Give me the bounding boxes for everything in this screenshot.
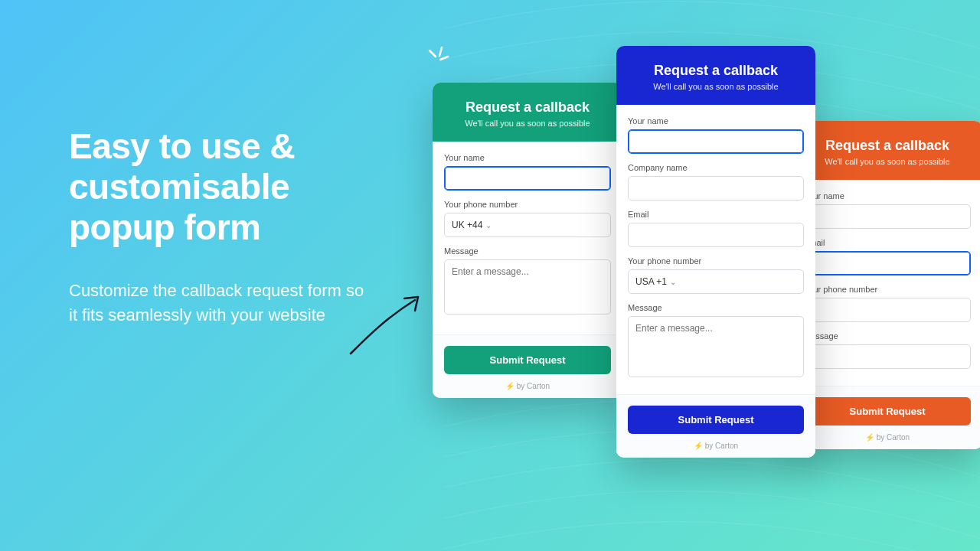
card-subtitle: We'll call you as soon as possible: [629, 82, 803, 91]
bolt-icon: ⚡: [505, 382, 514, 390]
message-label: Message: [444, 246, 611, 256]
svg-line-1: [439, 47, 442, 56]
callback-card-blue: Request a callback We'll call you as soo…: [616, 46, 815, 458]
sparkle-decoration: [425, 46, 451, 72]
phone-prefix-value: USA +1: [635, 276, 667, 287]
email-label: Email: [628, 210, 804, 219]
card-title: Request a callback: [445, 99, 610, 116]
byline: ⚡ by Carton: [628, 442, 804, 450]
email-label: Email: [804, 238, 971, 247]
company-input[interactable]: [628, 176, 804, 201]
phone-label: Your phone number: [628, 256, 804, 266]
message-textarea[interactable]: [628, 316, 804, 377]
card-title: Request a callback: [805, 138, 970, 154]
submit-button[interactable]: Submit Request: [444, 346, 611, 374]
phone-label: Your phone number: [444, 200, 611, 209]
svg-line-0: [430, 51, 436, 57]
svg-line-2: [440, 57, 448, 60]
phone-input[interactable]: [804, 298, 971, 322]
name-label: Your name: [628, 116, 804, 126]
callback-card-orange: Request a callback We'll call you as soo…: [792, 121, 980, 449]
card-subtitle: We'll call you as soon as possible: [805, 157, 970, 166]
phone-prefix-select[interactable]: USA +1 ⌄: [628, 269, 804, 294]
phone-prefix-value: UK +44: [452, 220, 482, 230]
message-label: Message: [628, 303, 804, 312]
company-label: Company name: [628, 163, 804, 172]
name-label: Your name: [444, 153, 611, 162]
phone-prefix-select[interactable]: UK +44 ⌄: [444, 213, 611, 237]
hero-title: Easy to use & customisable popup form: [69, 126, 375, 248]
card-title: Request a callback: [629, 63, 803, 79]
name-label: Your name: [804, 191, 971, 201]
email-input[interactable]: [628, 223, 804, 247]
callback-card-green: Request a callback We'll call you as soo…: [433, 83, 622, 398]
phone-label: Your phone number: [804, 285, 971, 294]
chevron-down-icon: ⌄: [485, 221, 492, 230]
hero-subtitle: Customize the callback request form so i…: [69, 279, 375, 328]
name-input[interactable]: [804, 204, 971, 229]
message-textarea[interactable]: [444, 259, 611, 315]
name-input[interactable]: [628, 129, 804, 154]
message-label: Message: [804, 331, 971, 341]
bolt-icon: ⚡: [865, 433, 874, 442]
submit-button[interactable]: Submit Request: [804, 397, 971, 425]
email-input[interactable]: [804, 251, 971, 276]
byline: ⚡ by Carton: [444, 382, 611, 390]
arrow-doodle: [345, 291, 429, 360]
bolt-icon: ⚡: [694, 442, 703, 450]
card-subtitle: We'll call you as soon as possible: [445, 119, 610, 128]
message-input[interactable]: [804, 344, 971, 369]
byline: ⚡ by Carton: [804, 433, 971, 442]
submit-button[interactable]: Submit Request: [628, 406, 804, 434]
name-input[interactable]: [444, 166, 611, 191]
chevron-down-icon: ⌄: [670, 278, 676, 286]
